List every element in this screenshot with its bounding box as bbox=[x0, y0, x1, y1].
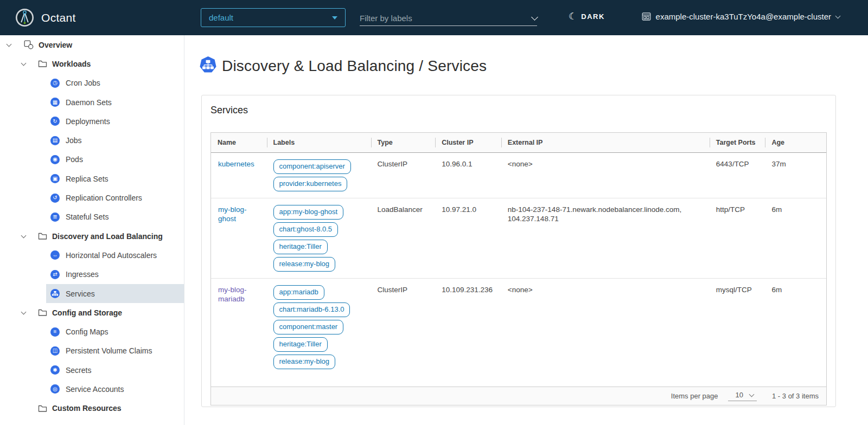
sidebar-group-config-and-storage[interactable]: Config and Storage bbox=[0, 303, 184, 322]
sidebar-item-label: Cron Jobs bbox=[66, 79, 100, 87]
age-cell: 6m bbox=[765, 279, 826, 376]
service-name-link[interactable]: my-blog-ghost bbox=[211, 198, 267, 279]
items-per-page-label: Items per page bbox=[671, 392, 718, 400]
page-size-select[interactable]: 10 bbox=[728, 391, 757, 401]
replica-sets-icon: ▣ bbox=[50, 174, 60, 183]
sidebar-item-services[interactable]: Services bbox=[46, 284, 184, 303]
external-ip-cell: <none> bbox=[501, 153, 710, 198]
sidebar-group-label: Config and Storage bbox=[52, 308, 122, 317]
label-pill[interactable]: release:my-blog bbox=[273, 355, 336, 369]
label-pill[interactable]: component:apiserver bbox=[273, 159, 351, 174]
sidebar-item-horizontal-pod-autoscalers[interactable]: ⇔Horizontal Pod Autoscalers bbox=[46, 246, 184, 265]
sidebar-group-overview[interactable]: Overview bbox=[0, 35, 184, 54]
label-pill[interactable]: component:master bbox=[273, 320, 344, 334]
sidebar-item-cron-jobs[interactable]: ◷Cron Jobs bbox=[46, 74, 184, 93]
column-header-external-ip: External IP bbox=[501, 133, 710, 153]
external-ip-cell: nb-104-237-148-71.newark.nodebalancer.li… bbox=[501, 198, 710, 279]
sidebar-group-discovery-and-load-balancing[interactable]: Discovery and Load Balancing bbox=[0, 227, 184, 246]
sidebar-item-pods[interactable]: ◉Pods bbox=[46, 150, 184, 169]
theme-toggle-button[interactable]: ☾ DARK bbox=[569, 12, 605, 21]
secrets-icon: ✱ bbox=[50, 365, 60, 375]
jobs-icon: ▤ bbox=[50, 136, 60, 145]
service-name-link[interactable]: my-blog-mariadb bbox=[211, 279, 267, 376]
label-pill[interactable]: provider:kubernetes bbox=[273, 177, 348, 191]
card-title: Services bbox=[210, 104, 827, 116]
label-pill[interactable]: app:my-blog-ghost bbox=[273, 205, 344, 220]
label-pill-row: component:master bbox=[273, 320, 365, 334]
namespace-select[interactable]: default bbox=[201, 8, 346, 27]
sidebar-item-label: Deployments bbox=[66, 117, 110, 126]
type-cell: LoadBalancer bbox=[371, 198, 436, 279]
horizontal-pod-autoscalers-icon: ⇔ bbox=[50, 250, 60, 260]
sidebar-item-service-accounts[interactable]: ◎Service Accounts bbox=[46, 379, 184, 398]
label-pill[interactable]: heritage:Tiller bbox=[273, 240, 328, 254]
label-pill-row: chart:mariadb-6.13.0 bbox=[273, 302, 365, 317]
deployments-icon: ↻ bbox=[50, 117, 60, 126]
sidebar-item-persistent-volume-claims[interactable]: ◫Persistent Volume Claims bbox=[46, 342, 184, 360]
table-header-row: NameLabelsTypeCluster IPExternal IPTarge… bbox=[211, 133, 826, 153]
labels-cell: app:my-blog-ghostchart:ghost-8.0.5herita… bbox=[267, 198, 371, 279]
age-cell: 37m bbox=[765, 153, 826, 198]
sidebar-item-secrets[interactable]: ✱Secrets bbox=[46, 360, 184, 379]
sidebar-item-replica-sets[interactable]: ▣Replica Sets bbox=[46, 169, 184, 188]
label-pill[interactable]: release:my-blog bbox=[273, 257, 336, 272]
folder-icon bbox=[38, 308, 47, 317]
cron-jobs-icon: ◷ bbox=[50, 79, 60, 88]
folder-icon bbox=[38, 404, 47, 413]
label-pill[interactable]: chart:mariadb-6.13.0 bbox=[273, 302, 350, 317]
top-header-bar: Octant default ☾ DARK example-cluster-ka… bbox=[0, 0, 868, 35]
cluster-context-select[interactable]: example-cluster-ka3TuTzYo4a@example-clus… bbox=[642, 12, 840, 21]
table-row: my-blog-ghostapp:my-blog-ghostchart:ghos… bbox=[211, 198, 826, 279]
service-accounts-icon: ◎ bbox=[50, 384, 60, 394]
sidebar-item-label: Services bbox=[66, 289, 95, 298]
chevron-down-icon[interactable] bbox=[19, 308, 28, 317]
label-pill-row: heritage:Tiller bbox=[273, 240, 365, 254]
services-table: NameLabelsTypeCluster IPExternal IPTarge… bbox=[211, 133, 826, 376]
config-maps-icon: ≡ bbox=[50, 327, 60, 337]
label-pill-row: heritage:Tiller bbox=[273, 337, 365, 352]
sidebar-item-label: Replica Sets bbox=[66, 175, 108, 183]
folder-icon bbox=[38, 232, 47, 240]
persistent-volume-claims-icon: ◫ bbox=[50, 346, 60, 356]
sidebar-item-config-maps[interactable]: ≡Config Maps bbox=[46, 322, 184, 341]
chevron-down-icon[interactable] bbox=[19, 60, 28, 68]
label-pill-row: provider:kubernetes bbox=[273, 177, 365, 191]
sidebar-item-label: Daemon Sets bbox=[66, 98, 112, 107]
label-pill[interactable]: chart:ghost-8.0.5 bbox=[273, 222, 339, 237]
label-pill[interactable]: app:mariadb bbox=[273, 285, 324, 300]
services-card: Services NameLabelsTypeCluster IPExterna… bbox=[201, 95, 836, 407]
sidebar-group-workloads[interactable]: Workloads bbox=[0, 54, 184, 73]
datagrid-filler bbox=[211, 376, 826, 387]
page-size-value: 10 bbox=[736, 391, 743, 399]
column-header-target-ports: Target Ports bbox=[710, 133, 765, 153]
page-title: Discovery & Load Balancing / Services bbox=[222, 57, 487, 75]
chevron-down-icon[interactable] bbox=[4, 41, 13, 49]
label-pill-row: release:my-blog bbox=[273, 257, 365, 272]
labels-cell: component:apiserverprovider:kubernetes bbox=[267, 153, 371, 198]
service-name-link[interactable]: kubernetes bbox=[211, 153, 267, 198]
namespace-select-value: default bbox=[209, 13, 233, 22]
datagrid-footer: Items per page 10 1 - 3 of 3 items bbox=[211, 387, 826, 405]
target-ports-cell: 6443/TCP bbox=[710, 153, 765, 198]
chevron-down-icon[interactable] bbox=[531, 14, 538, 21]
target-ports-cell: http/TCP bbox=[710, 198, 765, 279]
sidebar-item-stateful-sets[interactable]: ≣Stateful Sets bbox=[46, 208, 184, 227]
label-pill-row: component:apiserver bbox=[273, 159, 365, 174]
sidebar-item-deployments[interactable]: ↻Deployments bbox=[46, 112, 184, 131]
sidebar-item-ingresses[interactable]: ⇄Ingresses bbox=[46, 265, 184, 284]
page-header: Discovery & Load Balancing / Services bbox=[200, 56, 868, 75]
pods-icon: ◉ bbox=[50, 155, 60, 164]
label-filter-input[interactable] bbox=[360, 14, 517, 23]
label-pill-row: release:my-blog bbox=[273, 355, 365, 369]
services-datagrid: NameLabelsTypeCluster IPExternal IPTarge… bbox=[210, 132, 827, 405]
sidebar-item-replication-controllers[interactable]: ↺Replication Controllers bbox=[46, 188, 184, 207]
chevron-down-icon[interactable] bbox=[19, 232, 28, 241]
app-title: Octant bbox=[41, 11, 76, 24]
external-ip-cell: <none> bbox=[501, 279, 710, 376]
sidebar-group-custom-resources[interactable]: Custom Resources bbox=[0, 399, 184, 418]
services-icon bbox=[50, 289, 60, 298]
sidebar-item-jobs[interactable]: ▤Jobs bbox=[46, 131, 184, 150]
label-pill[interactable]: heritage:Tiller bbox=[273, 337, 328, 352]
sidebar-item-label: Horizontal Pod Autoscalers bbox=[66, 251, 157, 260]
sidebar-item-daemon-sets[interactable]: ▦Daemon Sets bbox=[46, 93, 184, 112]
